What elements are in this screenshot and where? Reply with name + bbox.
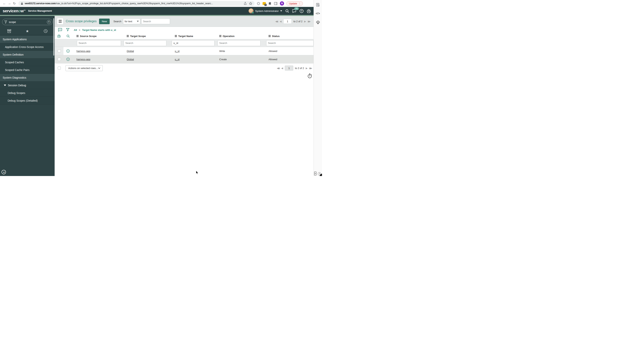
user-menu[interactable]: System Administrator [248,8,282,14]
help-icon[interactable]: ? [300,9,304,13]
first-page-icon[interactable]: ◀◀ [277,67,279,70]
row-checkbox[interactable] [58,58,61,61]
select-caret-icon [137,21,139,23]
breadcrumb-all-link[interactable]: All [74,28,77,32]
nav-app-system-applications[interactable]: System Applications [0,36,55,43]
conversations-icon[interactable]: 75 [292,9,296,13]
share-icon[interactable] [244,2,247,5]
nav-app-system-definition[interactable]: System Definition [0,51,55,58]
nav-app-system-diagnostics[interactable]: System Diagnostics [0,74,55,82]
previous-page-icon[interactable]: ◀ [281,67,283,70]
column-header-status[interactable]: Status [262,35,314,38]
column-filter-row [55,39,314,47]
cell-target-name-link[interactable]: u_st [175,50,180,52]
browser-profile-avatar[interactable]: N [280,1,284,6]
forward-icon[interactable]: → [7,2,12,5]
insight-lightbulb-icon[interactable] [316,20,320,25]
cell-source-scope-link[interactable]: harness-app [76,58,90,61]
column-header-row: Source Scope Target Scope Target Name Op… [55,33,314,39]
list-search-input[interactable] [141,18,170,24]
tab-favorites[interactable]: ★ [22,29,33,33]
breadcrumb-row: All > Target Name starts with u_st [55,27,314,33]
chrome-update-button[interactable]: Update⋮ [286,1,303,6]
filter-source-scope-input[interactable] [77,40,121,46]
history-clock-icon [44,29,48,33]
first-page-icon[interactable]: ◀◀ [275,20,277,22]
reading-list-icon[interactable] [316,3,320,7]
url-text: ven03172.service-now.com/nav_to.do?uri=%… [25,2,242,5]
column-menu-icon [76,35,78,37]
column-header-target-name[interactable]: Target Name [168,35,215,38]
nav-module-scoped-cache-pairs[interactable]: Scoped Cache Pairs [0,66,55,74]
code-panel-icon[interactable]: </> [316,12,320,15]
back-icon[interactable]: ← [2,2,7,5]
next-page-icon[interactable]: ▶ [306,67,308,70]
side-panel-icon[interactable] [274,2,277,5]
cell-target-scope-link[interactable]: Global [127,50,134,52]
spinner-extension-icon[interactable] [257,2,260,5]
filter-icon[interactable] [66,28,70,32]
filter-status-input[interactable] [266,40,314,46]
breadcrumb: All > Target Name starts with u_st [74,28,116,32]
nav-module-scoped-caches[interactable]: Scoped Caches [0,58,55,66]
cell-target-scope-link[interactable]: Global [127,58,134,61]
cell-operation: Create [219,58,227,61]
list-context-menu-button[interactable] [57,18,64,24]
column-header-target-scope[interactable]: Target Scope [121,35,168,38]
cell-source-scope-link[interactable]: harness-app [76,50,90,52]
list-settings-gear-icon[interactable] [57,34,61,38]
last-page-icon[interactable]: ▶▶ [309,67,311,70]
filter-operation-input[interactable] [218,40,260,46]
response-time-icon[interactable] [308,74,312,78]
collapse-sidebar-button[interactable]: ◀ [2,170,6,174]
column-header-operation[interactable]: Operation [215,35,262,38]
dropdown-chevron-icon [98,67,100,69]
filter-target-name-input[interactable] [172,40,214,46]
page-number-input[interactable] [285,66,293,70]
record-info-icon[interactable] [66,49,70,53]
expanded-caret-icon [4,84,6,87]
column-header-source-scope[interactable]: Source Scope [73,35,121,38]
lock-icon [21,2,23,5]
page-number-input[interactable] [283,19,292,24]
nav-group-session-debug[interactable]: Session Debug [0,82,55,89]
list-footer-row: Actions on selected rows... ◀◀ ◀ to 2 of… [55,64,314,73]
select-all-checkbox[interactable] [58,66,61,70]
user-avatar [248,8,254,14]
record-info-icon[interactable] [66,58,70,61]
user-name: System Administrator [255,10,279,12]
tab-history[interactable] [40,29,51,33]
address-bar[interactable]: ven03172.service-now.com/nav_to.do?uri=%… [18,1,254,6]
search-type-select[interactable]: for text [123,18,140,24]
filter-target-scope-input[interactable] [124,40,166,46]
settings-gear-icon[interactable] [307,9,311,13]
dock-handle-icon[interactable] [314,172,316,176]
clear-filter-icon[interactable]: ✕ [47,20,51,24]
applications-box-icon [7,29,11,33]
cell-target-name-link[interactable]: u_st [175,58,180,61]
nav-module-debug-scopes[interactable]: Debug Scopes [0,89,55,97]
nav-module-application-cross-scope-access[interactable]: Application Cross-Scope Access [0,43,55,51]
reload-icon[interactable]: ↻ [12,2,17,6]
bookmark-star-icon[interactable] [249,2,252,5]
tab-all-applications[interactable] [4,29,15,33]
navigator-filter-input[interactable] [9,20,47,24]
nav-module-debug-scopes-detailed[interactable]: Debug Scopes (Detailed) [0,97,55,104]
breadcrumb-filter-link[interactable]: Target Name starts with u_st [82,28,116,32]
extensions-puzzle-icon[interactable] [268,2,272,5]
list-title[interactable]: Cross scope privileges [66,20,96,23]
column-search-icon[interactable] [66,34,70,38]
row-checkbox[interactable] [58,50,61,52]
list-chat-icon[interactable] [58,28,62,32]
previous-page-icon[interactable]: ◀ [280,20,282,22]
chrome-menu-icon[interactable]: ⋮ [298,2,301,5]
global-search-icon[interactable] [286,9,289,13]
search-label: Search [114,20,121,23]
new-button[interactable]: New [99,18,110,24]
actions-dropdown[interactable]: Actions on selected rows... [66,65,103,71]
last-page-icon[interactable]: ▶▶ [308,20,310,22]
grammar-extension-icon[interactable]: ...3 [262,2,266,5]
sidebar-scrollbar[interactable] [53,18,54,56]
navigator-filter[interactable]: ✕ [2,19,52,25]
next-page-icon[interactable]: ▶ [304,20,306,22]
